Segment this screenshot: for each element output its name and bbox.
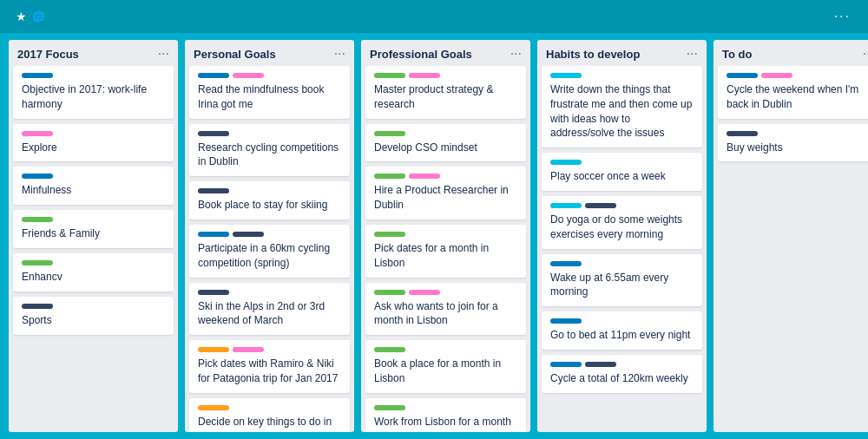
card[interactable]: Book a place for a month in Lisbon [365, 340, 526, 393]
card-labels [198, 405, 341, 410]
card-labels [374, 290, 517, 295]
card[interactable]: Objective in 2017: work-life harmony [13, 66, 174, 119]
card-label [761, 73, 792, 78]
card-labels [198, 73, 341, 78]
card[interactable]: Sports [13, 297, 174, 335]
card-labels [374, 131, 517, 136]
card-label [374, 232, 405, 237]
card-labels [374, 174, 517, 179]
card-label [198, 232, 229, 237]
card[interactable]: Book place to stay for skiing [189, 181, 350, 220]
column-habits: Habits to develop···Write down the thing… [537, 40, 707, 432]
board: 2017 Focus···Objective in 2017: work-lif… [0, 33, 868, 439]
card-text: Cycle the weekend when I'm back in Dubli… [727, 82, 868, 112]
cards-personal: Read the mindfulness book Irina got meRe… [185, 66, 354, 432]
card-label [22, 73, 53, 78]
card-text: Objective in 2017: work-life harmony [22, 82, 165, 112]
card[interactable]: Hire a Product Researcher in Dublin [365, 167, 526, 220]
column-personal: Personal Goals···Read the mindfulness bo… [185, 40, 354, 432]
card-text: Buy weights [727, 141, 868, 155]
card[interactable]: Develop CSO mindset [365, 124, 526, 162]
card-labels [22, 304, 165, 309]
card-text: Research cycling competitions in Dublin [198, 141, 341, 170]
card-label [550, 261, 582, 266]
card[interactable]: Minfulness [13, 167, 174, 205]
card-labels [22, 73, 165, 78]
column-menu-habits[interactable]: ··· [687, 47, 698, 61]
card[interactable]: Pick dates for a month in Lisbon [365, 225, 526, 278]
column-header-professional: Professional Goals··· [361, 40, 530, 66]
show-menu-button[interactable]: ··· [834, 9, 858, 24]
card-text: Do yoga or do some weights exercises eve… [550, 213, 694, 242]
card[interactable]: Ski in the Alps in 2nd or 3rd weekend of… [189, 283, 350, 336]
card-text: Wake up at 6.55am every morning [550, 271, 694, 300]
card-text: Ask who wants to join for a month in Lis… [374, 299, 517, 329]
card-labels [374, 347, 517, 352]
card[interactable]: Participate in a 60km cycling competitio… [189, 225, 350, 278]
card-labels [198, 131, 341, 136]
column-header-personal: Personal Goals··· [185, 40, 354, 66]
star-icon[interactable]: ★ [16, 10, 27, 23]
card-text: Read the mindfulness book Irina got me [198, 82, 341, 112]
card-text: Go to bed at 11pm every night [550, 328, 694, 343]
card[interactable]: Play soccer once a week [542, 153, 702, 191]
card-label [233, 73, 264, 78]
card-labels [198, 290, 341, 295]
card[interactable]: Cycle a total of 120km weekly [542, 355, 702, 393]
column-menu-personal[interactable]: ··· [334, 47, 345, 61]
card-labels [198, 232, 341, 237]
card[interactable]: Work from Lisbon for a month [365, 398, 526, 432]
card[interactable]: Wake up at 6.55am every morning [542, 254, 702, 307]
card-text: Master product strategy & research [374, 82, 517, 112]
header: ★ 🌐 ··· [0, 0, 868, 33]
card[interactable]: Pick dates with Ramiro & Niki for Patago… [189, 340, 350, 393]
card-label [727, 131, 758, 136]
card-label [198, 405, 229, 410]
card-text: Cycle a total of 120km weekly [550, 371, 694, 386]
card-label [550, 362, 582, 367]
card-label [198, 290, 229, 295]
card-labels [727, 73, 868, 78]
column-title-professional: Professional Goals [370, 48, 472, 61]
card-label [22, 131, 53, 136]
card[interactable]: Read the mindfulness book Irina got me [189, 66, 350, 119]
card-labels [374, 405, 517, 410]
card-labels [374, 73, 517, 78]
column-professional: Professional Goals···Master product stra… [361, 40, 530, 432]
card[interactable]: Explore [13, 124, 174, 162]
card[interactable]: Buy weights [718, 124, 868, 162]
column-title-habits: Habits to develop [546, 48, 640, 61]
card-label [374, 131, 405, 136]
column-title-todo: To do [722, 48, 752, 61]
card-label [550, 203, 582, 208]
cards-habits: Write down the things that frustrate me … [537, 66, 707, 432]
card-text: Minfulness [22, 183, 165, 198]
card[interactable]: Write down the things that frustrate me … [542, 66, 702, 147]
card-text: Participate in a 60km cycling competitio… [198, 241, 341, 271]
column-menu-todo[interactable]: ··· [863, 47, 868, 61]
card-label [233, 347, 264, 352]
column-menu-focus[interactable]: ··· [158, 47, 169, 61]
card[interactable]: Friends & Family [13, 210, 174, 248]
card-labels [550, 203, 694, 208]
card[interactable]: Master product strategy & research [365, 66, 526, 119]
card-label [409, 174, 440, 179]
column-menu-professional[interactable]: ··· [510, 47, 522, 61]
card-text: Work from Lisbon for a month [374, 415, 517, 429]
card-text: Sports [22, 313, 165, 328]
card[interactable]: Research cycling competitions in Dublin [189, 124, 350, 177]
card-label [409, 73, 440, 78]
card-labels [550, 160, 694, 165]
card-label [22, 260, 53, 265]
card-labels [374, 232, 517, 237]
card-labels [22, 131, 165, 136]
card[interactable]: Ask who wants to join for a month in Lis… [365, 283, 526, 336]
card[interactable]: Enhancv [13, 253, 174, 292]
card[interactable]: Go to bed at 11pm every night [542, 311, 702, 350]
card-label [22, 304, 53, 309]
card[interactable]: Decide on key things to do in Patagonia [189, 398, 350, 432]
card[interactable]: Cycle the weekend when I'm back in Dubli… [718, 66, 868, 119]
card[interactable]: Do yoga or do some weights exercises eve… [542, 196, 702, 249]
card-label [374, 347, 405, 352]
card-labels [550, 362, 694, 367]
